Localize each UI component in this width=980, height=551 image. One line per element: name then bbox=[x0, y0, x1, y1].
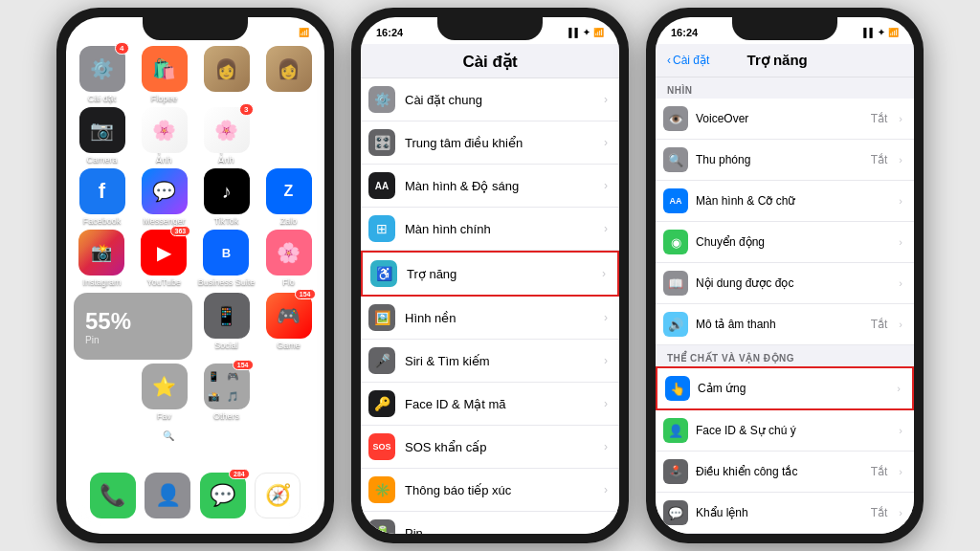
settings-item-wallpaper[interactable]: 🖼️ Hình nền › bbox=[361, 297, 619, 340]
settings-item-battery[interactable]: 🔋 Pin › bbox=[361, 512, 619, 534]
battery-widget: 55% Pin bbox=[74, 293, 192, 360]
app-messenger[interactable]: 💬 Messenger bbox=[136, 168, 192, 226]
settings-item-general[interactable]: ⚙️ Cài đặt chung › bbox=[361, 78, 619, 121]
accessibility-header: ‹ Cài đặt Trợ năng bbox=[656, 44, 914, 77]
settings-item-control[interactable]: 🎛️ Trung tâm điều khiển › bbox=[361, 121, 619, 165]
signal-icons-1: ▌▌ ✦ 📶 bbox=[274, 28, 309, 37]
settings-item-siri[interactable]: 🎤 Siri & Tìm kiếm › bbox=[361, 340, 619, 383]
app-row-4: 📸 Instagram ▶ 363 YouTube B Business Sui… bbox=[66, 228, 324, 289]
app-facebook[interactable]: f Facebook bbox=[74, 168, 130, 226]
acc-voice-control[interactable]: 💬 Khẩu lệnh Tắt › bbox=[656, 493, 914, 534]
app-flopee[interactable]: 🛍️ Flopee bbox=[136, 46, 192, 103]
app-photo2[interactable]: 👩 bbox=[260, 46, 317, 103]
search-icon: 🔍 bbox=[163, 430, 174, 441]
app-photos[interactable]: 🌸 Ảnh bbox=[136, 107, 192, 165]
section-label-motion: THỂ CHẤT VÀ VẬN ĐỘNG bbox=[656, 345, 914, 366]
vision-items: 👁️ VoiceOver Tắt › 🔍 Thu phóng Tắt › AA … bbox=[656, 99, 914, 345]
settings-item-sos[interactable]: SOS SOS khẩn cấp › bbox=[361, 426, 619, 469]
dock-phone[interactable]: 📞 bbox=[90, 473, 136, 518]
settings-title: Cài đặt bbox=[361, 44, 619, 78]
acc-voiceover[interactable]: 👁️ VoiceOver Tắt › bbox=[656, 99, 914, 140]
time-2: 16:24 bbox=[376, 27, 403, 38]
search-bar[interactable]: 🔍 Q Tìm kiếm bbox=[74, 423, 317, 448]
widget-row: 55% Pin 📱 Social 🎮 154 Game bbox=[66, 291, 324, 362]
app-camera[interactable]: 📷 Camera bbox=[74, 107, 130, 165]
acc-audio-desc[interactable]: 🔊 Mô tả âm thanh Tắt › bbox=[656, 304, 914, 345]
dock: 📞 👤 💬 284 🧭 bbox=[78, 465, 313, 526]
settings-item-display[interactable]: AA Màn hình & Độ sáng › bbox=[361, 165, 619, 208]
accessibility-title: Trợ năng bbox=[709, 52, 845, 69]
acc-motion[interactable]: ◉ Chuyển động › bbox=[656, 222, 914, 263]
app-fav[interactable]: ⭐ Fav bbox=[136, 364, 192, 421]
acc-zoom[interactable]: 🔍 Thu phóng Tắt › bbox=[656, 140, 914, 181]
app-photos2[interactable]: 🌸 3 Ảnh bbox=[198, 107, 255, 165]
back-button[interactable]: ‹ Cài đặt bbox=[667, 54, 709, 67]
settings-item-exposure[interactable]: ✳️ Thông báo tiếp xúc › bbox=[361, 469, 619, 512]
signal-icons-3: ▌▌ ✦ 📶 bbox=[863, 28, 899, 37]
fav-row: ⭐ Fav 📱🎮 📸🎵 154 Others bbox=[66, 364, 324, 421]
phone-2-screen: 16:24 ▌▌ ✦ 📶 Cài đặt ⚙️ Cài đặt chung › … bbox=[361, 17, 619, 534]
app-flo[interactable]: 🌸 Flo bbox=[260, 230, 317, 287]
settings-item-accessibility[interactable]: ♿ Trợ năng › bbox=[361, 251, 619, 297]
app-business[interactable]: B Business Suite bbox=[198, 230, 256, 287]
time-3: 16:24 bbox=[671, 27, 698, 38]
app-instagram[interactable]: 📸 Instagram bbox=[74, 230, 130, 287]
dock-safari[interactable]: 🧭 bbox=[255, 473, 301, 518]
settings-item-faceid[interactable]: 🔑 Face ID & Mật mã › bbox=[361, 383, 619, 426]
acc-spoken[interactable]: 📖 Nội dung được đọc › bbox=[656, 263, 914, 304]
app-row-2: 📷 Camera 🌸 Ảnh 🌸 3 Ảnh bbox=[66, 105, 324, 166]
notch-1 bbox=[143, 17, 248, 40]
acc-switch[interactable]: 🕹️ Điều khiển công tắc Tắt › bbox=[656, 452, 914, 493]
app-settings[interactable]: ⚙️ 4 Cài đặt bbox=[74, 46, 130, 103]
app-photo1[interactable]: 👩 bbox=[198, 46, 255, 103]
signal-icons-2: ▌▌ ✦ 📶 bbox=[568, 28, 604, 37]
acc-faceid[interactable]: 👤 Face ID & Sự chú ý › bbox=[656, 410, 914, 452]
acc-display[interactable]: AA Màn hình & Cỡ chữ › bbox=[656, 181, 914, 222]
phone-1: 16:24 ▌▌ ✦ 📶 ⚙️ 4 Cài đặt 🛍️ Flopee 👩 bbox=[56, 8, 334, 543]
phone-2: 16:24 ▌▌ ✦ 📶 Cài đặt ⚙️ Cài đặt chung › … bbox=[351, 8, 629, 543]
phone-3-screen: 16:24 ▌▌ ✦ 📶 ‹ Cài đặt Trợ năng NHÌN 👁️ … bbox=[656, 17, 914, 534]
acc-touch[interactable]: 👆 Cảm ứng › bbox=[656, 366, 914, 410]
section-label-vision: NHÌN bbox=[656, 77, 914, 99]
app-row-3: f Facebook 💬 Messenger ♪ TikTok Z Zalo bbox=[66, 166, 324, 228]
phone-1-screen: 16:24 ▌▌ ✦ 📶 ⚙️ 4 Cài đặt 🛍️ Flopee 👩 bbox=[66, 17, 324, 534]
time-1: 16:24 bbox=[81, 27, 108, 38]
dock-contacts[interactable]: 👤 bbox=[145, 473, 190, 518]
notch-3 bbox=[732, 17, 837, 40]
app-youtube[interactable]: ▶ 363 YouTube bbox=[136, 230, 192, 287]
settings-item-homescreen[interactable]: ⊞ Màn hình chính › bbox=[361, 208, 619, 251]
app-row-1: ⚙️ 4 Cài đặt 🛍️ Flopee 👩 👩 bbox=[66, 44, 324, 105]
app-tiktok[interactable]: ♪ TikTok bbox=[198, 168, 255, 226]
app-others[interactable]: 📱🎮 📸🎵 154 Others bbox=[198, 364, 255, 421]
phone-3: 16:24 ▌▌ ✦ 📶 ‹ Cài đặt Trợ năng NHÌN 👁️ … bbox=[646, 8, 924, 543]
notch-2 bbox=[437, 17, 543, 40]
app-social[interactable]: 📱 Social bbox=[198, 293, 255, 360]
app-zalo[interactable]: Z Zalo bbox=[260, 168, 317, 226]
app-game[interactable]: 🎮 154 Game bbox=[260, 293, 317, 360]
settings-list: ⚙️ Cài đặt chung › 🎛️ Trung tâm điều khi… bbox=[361, 78, 619, 534]
dock-messages[interactable]: 💬 284 bbox=[200, 473, 246, 518]
motion-items: 👆 Cảm ứng › 👤 Face ID & Sự chú ý › 🕹️ Đi… bbox=[656, 366, 914, 534]
